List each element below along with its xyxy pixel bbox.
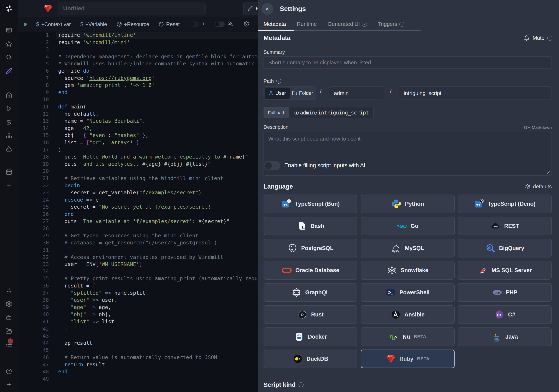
mute-button[interactable]: Mute i	[524, 35, 552, 41]
sidebar-item-schedules[interactable]	[4, 167, 13, 177]
code-editor[interactable]: 1require 'windmill/inline'2require 'wind…	[18, 31, 258, 392]
sidebar-item-runs[interactable]	[4, 104, 13, 113]
add-resource-button[interactable]: +Resource	[117, 21, 149, 27]
line-number: 28	[18, 225, 49, 231]
language-option-rest[interactable]: HTTPREST	[458, 217, 552, 235]
language-option-ms-sql-server[interactable]: MS SQL Server	[458, 261, 552, 280]
line-number: 12	[18, 111, 49, 117]
tab-metadata[interactable]: Metadata	[264, 21, 286, 27]
reset-button[interactable]: Reset	[158, 21, 179, 27]
svg-text:HTTP: HTTP	[493, 226, 498, 228]
multiplayer-toggle[interactable]	[215, 21, 225, 27]
close-settings-button[interactable]: ×	[261, 3, 273, 15]
active-tab-underline	[258, 30, 294, 31]
line-number: 30	[18, 240, 49, 246]
language-defaults-button[interactable]: defaults	[525, 183, 552, 190]
sidebar-item-favorites[interactable]	[4, 39, 13, 48]
sidebar-item-create[interactable]	[4, 181, 13, 190]
settings-drawer: × Settings MetadataRuntimeGenerated UIiT…	[258, 0, 559, 392]
sidebar-item-instance-settings[interactable]	[4, 300, 13, 309]
language-option-go[interactable]: GOGo	[361, 217, 455, 235]
play-icon	[6, 105, 12, 112]
sidebar-item-collapse-sidebar[interactable]	[4, 380, 13, 389]
add-context-var-button[interactable]: $ +Context var	[36, 21, 71, 27]
language-option-duckdb[interactable]: DuckDB	[264, 350, 357, 368]
sidebar-item-resources[interactable]	[4, 131, 13, 140]
editor-settings-gear[interactable]	[243, 21, 249, 27]
sidebar-item-triggers[interactable]	[4, 145, 13, 154]
tsbun-icon: TS	[281, 199, 291, 209]
sidebar-item-home[interactable]	[4, 91, 13, 100]
info-icon: i	[298, 382, 304, 387]
script-summary-input[interactable]: Untitled	[57, 2, 205, 15]
code-line-11: 11def main(	[18, 104, 258, 111]
sidebar-item-ai-builder[interactable]	[4, 66, 13, 75]
tab-triggers[interactable]: Triggersi	[378, 21, 404, 27]
language-option-bash[interactable]: $Bash	[264, 217, 357, 235]
sidebar-item-app-window[interactable]	[4, 26, 13, 35]
pencil-icon	[247, 6, 253, 11]
language-option-ruby[interactable]: RubyBETA	[361, 350, 455, 368]
windmill-app: Untitled Path u/a $ +Context var $ +Vari…	[0, 0, 559, 392]
language-option-php[interactable]: phpPHP	[458, 283, 552, 302]
bot-icon	[6, 314, 12, 321]
sidebar-item-search[interactable]	[4, 53, 13, 62]
language-option-postgresql[interactable]: PostgreSQL	[264, 239, 357, 257]
line-number: 45	[18, 347, 49, 353]
code-line-32: 32 # Access environment variables provid…	[18, 254, 258, 261]
ansible-icon	[391, 310, 401, 319]
language-option-ansible[interactable]: Ansible	[361, 305, 455, 324]
language-grid: TSTypeScript (Bun)PythonTSTypeScript (De…	[264, 195, 552, 368]
line-number: 22	[18, 182, 49, 189]
language-option-java[interactable]: JavaJava	[458, 328, 552, 346]
language-option-docker[interactable]: Docker	[264, 328, 357, 346]
windmill-logo[interactable]	[5, 4, 13, 13]
sidebar-item-help[interactable]	[4, 367, 13, 376]
script-name-input[interactable]: intriguing_script	[399, 87, 552, 100]
language-option-mysql[interactable]: MySQLMySQL	[361, 239, 455, 257]
tab-runtime[interactable]: Runtime	[297, 21, 317, 27]
line-number: 38	[18, 297, 49, 303]
tab-generated-ui[interactable]: Generated UIi	[327, 21, 367, 27]
sidebar-item-workers[interactable]	[4, 340, 13, 349]
resize-grip[interactable]	[546, 170, 550, 174]
status-dot	[24, 23, 27, 26]
language-option-c-[interactable]: C#C#	[458, 305, 552, 324]
language-option-powershell[interactable]: PowerShell	[361, 283, 455, 302]
sidebar-item-account[interactable]	[4, 286, 13, 295]
code-line-30: 30 # database = get_resource("u/user/my_…	[18, 240, 258, 247]
add-variable-button[interactable]: $ +Variable	[80, 21, 107, 27]
language-option-graphql[interactable]: GraphQL	[264, 283, 357, 302]
info-icon: i	[547, 36, 552, 41]
sidebar-item-folders[interactable]	[4, 327, 13, 336]
language-option-oracle-database[interactable]: Oracle Database	[264, 261, 357, 280]
sidebar-item-ai-bot[interactable]	[4, 313, 13, 322]
graphql-icon	[291, 287, 301, 297]
owner-input[interactable]: admin	[329, 87, 384, 100]
language-option-snowflake[interactable]: Snowflake	[361, 261, 455, 280]
line-number: 15	[18, 132, 49, 138]
language-option-typescript-bun-[interactable]: TSTypeScript (Bun)	[264, 195, 357, 213]
code-line-12: 12 no_default,	[18, 111, 258, 118]
duckdb-icon	[293, 354, 303, 364]
summary-input[interactable]: Short summary to be displayed when liste…	[264, 56, 552, 69]
code-line-45: 45	[18, 347, 258, 354]
ai-fill-toggle[interactable]	[264, 161, 280, 170]
diff-toggle[interactable]	[189, 21, 199, 27]
owner-kind-folder[interactable]: Folder	[290, 88, 316, 99]
info-icon: i	[276, 79, 281, 84]
owner-kind-user[interactable]: User	[265, 88, 290, 99]
language-label: Nu	[403, 334, 410, 340]
language-option-typescript-deno-[interactable]: TSTypeScript (Deno)	[458, 195, 552, 213]
language-option-python[interactable]: Python	[361, 195, 455, 213]
language-option-rust[interactable]: RRust	[264, 305, 357, 324]
line-number: 9	[18, 89, 49, 95]
code-line-16: 16 list = ["or", "arrays!"]	[18, 139, 258, 147]
sidebar-item-variables[interactable]	[4, 118, 13, 127]
ai-fill-toggle-label: Enable filling script inputs with AI	[284, 162, 365, 169]
language-option-nu[interactable]: ηu>NuBETA	[361, 328, 455, 346]
language-heading: Language	[264, 183, 293, 190]
language-label: Ruby	[399, 356, 413, 362]
language-option-bigquery[interactable]: BigQuery	[458, 239, 552, 257]
description-textarea[interactable]: What this script does and how to use it	[264, 132, 552, 175]
